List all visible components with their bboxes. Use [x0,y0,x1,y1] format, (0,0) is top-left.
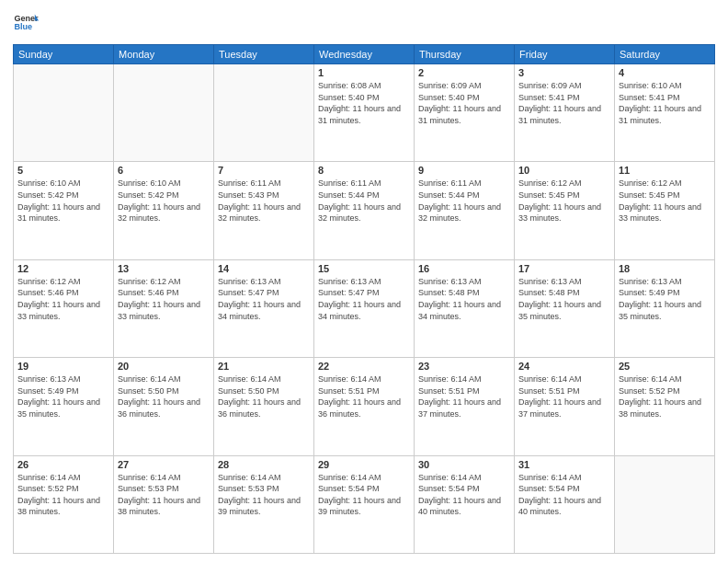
calendar-table: SundayMondayTuesdayWednesdayThursdayFrid… [13,44,715,554]
day-info: Sunrise: 6:13 AM Sunset: 5:47 PM Dayligh… [318,276,410,322]
day-number: 14 [218,263,310,274]
logo-icon: General Blue [13,9,39,35]
day-info: Sunrise: 6:10 AM Sunset: 5:42 PM Dayligh… [17,178,109,224]
day-number: 18 [619,263,711,274]
day-number: 16 [418,263,510,274]
weekday-header-sunday: Sunday [14,45,114,64]
day-info: Sunrise: 6:14 AM Sunset: 5:51 PM Dayligh… [318,373,410,419]
day-number: 8 [318,165,410,176]
day-info: Sunrise: 6:09 AM Sunset: 5:40 PM Dayligh… [418,80,510,126]
calendar-cell [214,64,314,162]
weekday-header-wednesday: Wednesday [314,45,415,64]
calendar-cell [14,64,114,162]
day-number: 6 [118,165,210,176]
day-info: Sunrise: 6:13 AM Sunset: 5:47 PM Dayligh… [218,276,310,322]
day-number: 2 [418,67,510,78]
header: General Blue [13,9,715,35]
calendar-cell: 12Sunrise: 6:12 AM Sunset: 5:46 PM Dayli… [14,259,114,357]
day-info: Sunrise: 6:12 AM Sunset: 5:45 PM Dayligh… [518,178,610,224]
calendar-cell: 4Sunrise: 6:10 AM Sunset: 5:41 PM Daylig… [615,64,715,162]
week-row-1: 1Sunrise: 6:08 AM Sunset: 5:40 PM Daylig… [14,64,715,162]
day-number: 21 [218,361,310,372]
day-info: Sunrise: 6:10 AM Sunset: 5:41 PM Dayligh… [619,80,711,126]
day-info: Sunrise: 6:14 AM Sunset: 5:50 PM Dayligh… [118,373,210,419]
logo: General Blue [13,9,40,35]
weekday-header-friday: Friday [515,45,615,64]
day-info: Sunrise: 6:09 AM Sunset: 5:41 PM Dayligh… [518,80,610,126]
calendar-cell: 11Sunrise: 6:12 AM Sunset: 5:45 PM Dayli… [615,162,715,259]
calendar-cell: 10Sunrise: 6:12 AM Sunset: 5:45 PM Dayli… [515,162,615,259]
day-info: Sunrise: 6:14 AM Sunset: 5:53 PM Dayligh… [118,472,210,518]
day-number: 20 [118,361,210,372]
calendar-cell: 26Sunrise: 6:14 AM Sunset: 5:52 PM Dayli… [14,455,114,553]
day-number: 7 [218,165,310,176]
day-number: 24 [518,361,610,372]
calendar-cell: 3Sunrise: 6:09 AM Sunset: 5:41 PM Daylig… [515,64,615,162]
calendar-cell: 17Sunrise: 6:13 AM Sunset: 5:48 PM Dayli… [515,259,615,357]
day-number: 19 [17,361,109,372]
calendar-cell: 23Sunrise: 6:14 AM Sunset: 5:51 PM Dayli… [415,358,515,455]
calendar-cell: 2Sunrise: 6:09 AM Sunset: 5:40 PM Daylig… [415,64,515,162]
day-info: Sunrise: 6:08 AM Sunset: 5:40 PM Dayligh… [318,80,410,126]
day-number: 5 [17,165,109,176]
calendar-cell: 25Sunrise: 6:14 AM Sunset: 5:52 PM Dayli… [615,358,715,455]
weekday-header-monday: Monday [114,45,214,64]
day-info: Sunrise: 6:11 AM Sunset: 5:44 PM Dayligh… [318,178,410,224]
calendar-cell: 28Sunrise: 6:14 AM Sunset: 5:53 PM Dayli… [214,455,314,553]
day-info: Sunrise: 6:14 AM Sunset: 5:52 PM Dayligh… [17,472,109,518]
week-row-5: 26Sunrise: 6:14 AM Sunset: 5:52 PM Dayli… [14,455,715,553]
calendar-cell: 18Sunrise: 6:13 AM Sunset: 5:49 PM Dayli… [615,259,715,357]
calendar-cell: 16Sunrise: 6:13 AM Sunset: 5:48 PM Dayli… [415,259,515,357]
day-number: 26 [17,459,109,470]
calendar-cell: 21Sunrise: 6:14 AM Sunset: 5:50 PM Dayli… [214,358,314,455]
calendar-cell: 7Sunrise: 6:11 AM Sunset: 5:43 PM Daylig… [214,162,314,259]
calendar-cell: 15Sunrise: 6:13 AM Sunset: 5:47 PM Dayli… [314,259,415,357]
day-number: 30 [418,459,510,470]
day-number: 1 [318,67,410,78]
day-number: 28 [218,459,310,470]
day-number: 12 [17,263,109,274]
day-info: Sunrise: 6:14 AM Sunset: 5:51 PM Dayligh… [418,373,510,419]
weekday-header-tuesday: Tuesday [214,45,314,64]
day-number: 25 [619,361,711,372]
calendar-cell: 6Sunrise: 6:10 AM Sunset: 5:42 PM Daylig… [114,162,214,259]
day-info: Sunrise: 6:12 AM Sunset: 5:46 PM Dayligh… [118,276,210,322]
day-number: 11 [619,165,711,176]
day-info: Sunrise: 6:14 AM Sunset: 5:52 PM Dayligh… [619,373,711,419]
calendar-cell: 20Sunrise: 6:14 AM Sunset: 5:50 PM Dayli… [114,358,214,455]
day-info: Sunrise: 6:11 AM Sunset: 5:43 PM Dayligh… [218,178,310,224]
weekday-header-saturday: Saturday [615,45,715,64]
day-number: 29 [318,459,410,470]
calendar-cell: 19Sunrise: 6:13 AM Sunset: 5:49 PM Dayli… [14,358,114,455]
calendar-cell [615,455,715,553]
weekday-header-thursday: Thursday [415,45,515,64]
day-number: 10 [518,165,610,176]
day-info: Sunrise: 6:13 AM Sunset: 5:49 PM Dayligh… [619,276,711,322]
calendar-cell: 13Sunrise: 6:12 AM Sunset: 5:46 PM Dayli… [114,259,214,357]
calendar-cell: 14Sunrise: 6:13 AM Sunset: 5:47 PM Dayli… [214,259,314,357]
day-number: 9 [418,165,510,176]
day-info: Sunrise: 6:14 AM Sunset: 5:54 PM Dayligh… [318,472,410,518]
day-info: Sunrise: 6:10 AM Sunset: 5:42 PM Dayligh… [118,178,210,224]
day-info: Sunrise: 6:14 AM Sunset: 5:54 PM Dayligh… [518,472,610,518]
calendar-cell: 30Sunrise: 6:14 AM Sunset: 5:54 PM Dayli… [415,455,515,553]
day-number: 23 [418,361,510,372]
day-info: Sunrise: 6:13 AM Sunset: 5:48 PM Dayligh… [418,276,510,322]
calendar-cell: 9Sunrise: 6:11 AM Sunset: 5:44 PM Daylig… [415,162,515,259]
day-number: 17 [518,263,610,274]
calendar-cell: 27Sunrise: 6:14 AM Sunset: 5:53 PM Dayli… [114,455,214,553]
week-row-2: 5Sunrise: 6:10 AM Sunset: 5:42 PM Daylig… [14,162,715,259]
day-info: Sunrise: 6:12 AM Sunset: 5:46 PM Dayligh… [17,276,109,322]
calendar-cell: 29Sunrise: 6:14 AM Sunset: 5:54 PM Dayli… [314,455,415,553]
calendar-cell: 1Sunrise: 6:08 AM Sunset: 5:40 PM Daylig… [314,64,415,162]
day-number: 31 [518,459,610,470]
calendar-cell: 22Sunrise: 6:14 AM Sunset: 5:51 PM Dayli… [314,358,415,455]
day-info: Sunrise: 6:13 AM Sunset: 5:48 PM Dayligh… [518,276,610,322]
day-info: Sunrise: 6:14 AM Sunset: 5:50 PM Dayligh… [218,373,310,419]
day-info: Sunrise: 6:14 AM Sunset: 5:54 PM Dayligh… [418,472,510,518]
day-number: 13 [118,263,210,274]
calendar-cell: 8Sunrise: 6:11 AM Sunset: 5:44 PM Daylig… [314,162,415,259]
day-info: Sunrise: 6:14 AM Sunset: 5:53 PM Dayligh… [218,472,310,518]
calendar-cell: 31Sunrise: 6:14 AM Sunset: 5:54 PM Dayli… [515,455,615,553]
calendar-cell [114,64,214,162]
